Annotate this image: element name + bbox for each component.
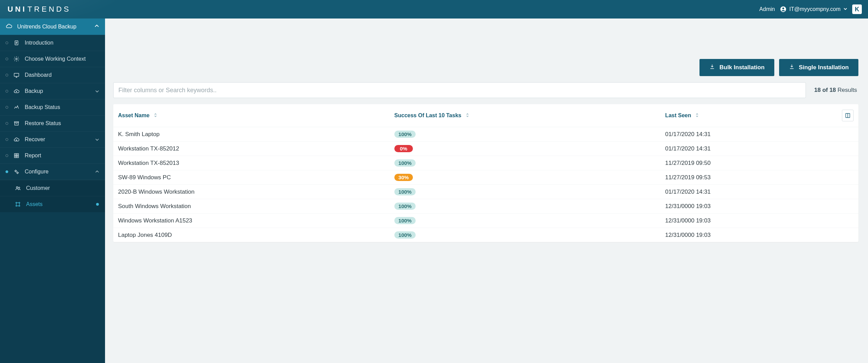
doc-icon [13,40,20,46]
svg-rect-4 [14,73,19,76]
cell-last-seen: 01/17/2020 14:31 [660,127,837,142]
header-right: Admin IT@myycompny.com K [759,4,862,14]
sidebar-item-dashboard[interactable]: Dashboard [0,67,105,83]
sidebar-item-configure[interactable]: Configure [0,164,105,180]
table-row[interactable]: South Windows Workstation100%12/31/0000 … [113,199,858,214]
sidebar-item-label: Configure [25,169,90,175]
bulk-installation-label: Bulk Installation [719,64,764,71]
cell-last-seen: 11/27/2019 09:53 [660,170,837,185]
svg-point-9 [17,172,18,173]
svg-point-3 [16,58,18,60]
cell-actions [837,214,858,228]
svg-rect-7 [14,154,19,158]
sidebar-item-label: Backup [25,88,90,94]
sidebar-item-report[interactable]: Report [0,148,105,164]
main-content: Bulk Installation Single Installation 18… [105,19,868,363]
action-toolbar: Bulk Installation Single Installation [105,19,864,82]
status-badge: 100% [394,231,416,239]
sidebar-item-label: Recover [25,136,90,143]
k-app-icon[interactable]: K [852,4,862,14]
sidebar-item-restore-status[interactable]: Restore Status [0,116,105,132]
status-badge: 100% [394,159,416,167]
sidebar-item-label: Choose Working Context [25,56,100,62]
svg-point-10 [16,187,18,189]
table-row[interactable]: K. Smith Laptop100%01/17/2020 14:31 [113,127,858,142]
cell-success: 100% [390,199,660,214]
search-row: 18 of 18 Results [105,82,864,101]
sidebar-item-backup[interactable]: Backup [0,83,105,99]
user-menu[interactable]: IT@myycompny.com [780,6,847,13]
cell-last-seen: 12/31/0000 19:03 [660,214,837,228]
sidebar: Unitrends Cloud Backup IntroductionChoos… [0,19,105,363]
cell-success: 100% [390,127,660,142]
download-icon [709,64,715,72]
table-row[interactable]: SW-89 Windows PC30%11/27/2019 09:53 [113,170,858,185]
svg-point-14 [16,205,17,206]
download-icon [789,64,795,72]
table-row[interactable]: Workstation TX-852013100%11/27/2019 09:5… [113,156,858,170]
col-last-seen[interactable]: Last Seen [660,104,837,127]
bullet-icon [5,58,8,60]
cell-asset-name: Laptop Jones 4109D [113,228,390,242]
user-icon [780,6,787,13]
col-asset-name[interactable]: Asset Name [113,104,390,127]
cell-last-seen: 12/31/0000 19:03 [660,228,837,242]
cell-asset-name: K. Smith Laptop [113,127,390,142]
sort-icon [154,112,157,118]
single-installation-button[interactable]: Single Installation [779,59,858,76]
cell-asset-name: Workstation TX-852012 [113,142,390,156]
bulk-installation-button[interactable]: Bulk Installation [699,59,774,76]
gears-icon [13,169,20,175]
sidebar-section-header[interactable]: Unitrends Cloud Backup [0,19,105,35]
svg-point-12 [16,202,17,203]
sidebar-subitem-label: Customer [26,185,50,191]
cloud-down-icon [13,136,20,143]
user-email: IT@myycompny.com [789,6,841,12]
sidebar-subitem-assets[interactable]: Assets [0,196,105,212]
app-header: UNITRENDS Admin IT@myycompny.com K [0,0,868,19]
cell-last-seen: 01/17/2020 14:31 [660,185,837,199]
bullet-icon [5,170,8,173]
status-badge: 30% [394,174,413,181]
table-row[interactable]: Workstation TX-8520120%01/17/2020 14:31 [113,142,858,156]
table-row[interactable]: Laptop Jones 4109D100%12/31/0000 19:03 [113,228,858,242]
gear-icon [13,56,20,62]
sidebar-section-label: Unitrends Cloud Backup [17,24,77,30]
cell-success: 100% [390,214,660,228]
sidebar-subitem-customer[interactable]: Customer [0,180,105,196]
sidebar-item-choose-working-context[interactable]: Choose Working Context [0,51,105,67]
column-toggle-button[interactable] [842,110,854,121]
assets-table: Asset Name Success Of Last 10 Tasks [113,104,858,242]
svg-point-1 [782,8,784,9]
results-count-bold: 18 of 18 [814,87,836,93]
monitor-icon [13,72,20,78]
role-label: Admin [759,6,775,12]
cell-last-seen: 11/27/2019 09:50 [660,156,837,170]
cell-last-seen: 12/31/0000 19:03 [660,199,837,214]
sidebar-item-introduction[interactable]: Introduction [0,35,105,51]
users-icon [14,185,21,191]
cell-actions [837,228,858,242]
table-row[interactable]: Windows Workstation A1523100%12/31/0000 … [113,214,858,228]
grid-icon [13,153,20,159]
col-column-toggle [837,104,858,127]
sidebar-subitem-label: Assets [26,201,43,207]
cell-actions [837,127,858,142]
cell-success: 100% [390,185,660,199]
cloud-up-icon [13,88,20,94]
results-count: 18 of 18 Results [814,87,858,94]
brand-trends: TRENDS [27,5,71,14]
cloud-icon [5,23,12,31]
cell-actions [837,142,858,156]
sidebar-item-label: Introduction [25,40,100,46]
col-success[interactable]: Success Of Last 10 Tasks [390,104,660,127]
table-row[interactable]: 2020-B Windows Workstation100%01/17/2020… [113,185,858,199]
sidebar-item-backup-status[interactable]: Backup Status [0,99,105,116]
cell-actions [837,156,858,170]
bullet-icon [5,106,8,109]
sidebar-item-recover[interactable]: Recover [0,132,105,148]
cell-asset-name: 2020-B Windows Workstation [113,185,390,199]
search-input[interactable] [113,82,806,98]
cell-asset-name: Windows Workstation A1523 [113,214,390,228]
chevron-down-icon [95,137,100,142]
